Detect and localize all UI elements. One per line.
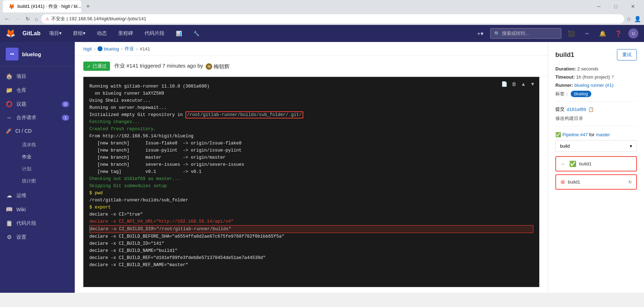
issues-icon: ⭕ xyxy=(6,101,13,107)
stage-dropdown[interactable]: build ▾ xyxy=(555,140,637,152)
tag-badge[interactable]: bluelog xyxy=(571,91,592,97)
nav-activity[interactable]: 动态 xyxy=(94,29,110,38)
log-line-12: [new branch] severe-issues -> origin/sev… xyxy=(89,161,533,168)
minimize-button[interactable]: ─ xyxy=(591,1,607,12)
sidebar-item-repository[interactable]: 📁 仓库 xyxy=(0,83,75,97)
sidebar-label-project: 项目 xyxy=(16,73,26,80)
merge-requests-badge: 1 xyxy=(62,115,69,121)
nav-panel-icon[interactable]: ⬛ xyxy=(566,28,577,39)
active-tab[interactable]: 🦊 build1 (#141) · 作业 · higit / bl... ✕ xyxy=(3,0,81,12)
log-line-7: Created fresh repository. xyxy=(89,126,533,133)
log-line-5: Initialized empty Git repository in /roo… xyxy=(89,111,533,118)
breadcrumb-higit[interactable]: higit xyxy=(83,46,92,52)
sidebar-sub-pipelines[interactable]: 流水线 xyxy=(16,139,75,151)
nav-merge-icon[interactable]: ↔ xyxy=(581,28,593,39)
log-expand-icon[interactable]: ▼ xyxy=(529,80,536,88)
sidebar-label-merge-requests: 合并请求 xyxy=(16,115,36,121)
nav-wrench-icon[interactable]: 🔧 xyxy=(190,29,202,38)
nav-projects[interactable]: 项目▾ xyxy=(46,29,64,38)
project-header[interactable]: •• bluelog xyxy=(0,42,75,67)
copy-icon[interactable]: 📋 xyxy=(588,107,594,112)
job-header: ✓ 已通过 作业 #141 triggered 7 minutes ago by… xyxy=(75,56,548,77)
new-tab-button[interactable]: + xyxy=(82,0,94,13)
sidebar-item-snippets[interactable]: 📋 代码片段 xyxy=(0,216,75,230)
sidebar: •• bluelog 🏠 项目 📁 仓库 ⭕ 议题 0 ↔ 合并请求 1 xyxy=(0,42,75,293)
build-dir-label[interactable]: 修改构建目录 xyxy=(555,116,583,121)
job-retry-icon[interactable]: ↻ xyxy=(628,180,632,185)
sidebar-item-issues[interactable]: ⭕ 议题 0 xyxy=(0,97,75,111)
forward-button[interactable]: → xyxy=(14,14,22,23)
job-title: 作业 #141 triggered 7 minutes ago by 梅 梅朝辉 xyxy=(114,63,230,70)
log-trash-icon[interactable]: 🗑 xyxy=(511,80,518,88)
log-line-10: [new branch] issue-pylint -> origin/issu… xyxy=(89,147,533,154)
issues-badge: 0 xyxy=(62,101,69,107)
log-line-19: declare -x CI="true" xyxy=(89,211,533,218)
sidebar-item-wiki[interactable]: 📖 Wiki xyxy=(0,202,75,216)
user-avatar[interactable]: U xyxy=(628,28,638,38)
sidebar-item-merge-requests[interactable]: ↔ 合并请求 1 xyxy=(0,111,75,125)
nav-snippets[interactable]: 代码片段 xyxy=(142,29,167,38)
pipeline-link[interactable]: Pipeline #47 xyxy=(562,132,589,137)
nav-plus-button[interactable]: +▾ xyxy=(475,28,486,39)
log-line-20: declare -x CI_API_V4_URL="http://192.168… xyxy=(89,218,533,225)
log-content[interactable]: Running with gitlab-runner 11.10.0 (3001… xyxy=(84,77,539,287)
divider-2 xyxy=(555,126,637,126)
log-line-26: declare -x CI_BUILD_REF_NAME="master" xyxy=(89,261,533,269)
maximize-button[interactable]: □ xyxy=(608,1,624,12)
sidebar-item-project[interactable]: 🏠 项目 xyxy=(0,69,75,83)
commit-label: 提交 xyxy=(555,106,565,112)
project-name: bluelog xyxy=(22,51,41,57)
duration-row: Duration: 2 seconds xyxy=(555,66,637,72)
sidebar-sub-jobs[interactable]: 作业 xyxy=(16,151,75,163)
stage-label: build xyxy=(560,143,570,149)
home-button[interactable]: ⌂ xyxy=(33,15,39,23)
log-collapse-icon[interactable]: ▲ xyxy=(520,80,527,88)
settings-icon: ⚙ xyxy=(6,234,13,240)
nav-question-icon[interactable]: ❓ xyxy=(613,28,624,39)
log-line-21: declare -x CI_BUILDS_DIR="/root/gitlab-r… xyxy=(89,225,533,233)
sidebar-sub-charts[interactable]: 统计图 xyxy=(16,175,75,187)
timeout-help-icon[interactable]: ? xyxy=(611,74,614,80)
job-row-failed[interactable]: ⊗ build1 ↻ xyxy=(560,179,632,185)
gitlab-logo-icon: 🦊 xyxy=(6,29,15,38)
sidebar-item-operations[interactable]: ☁ 运维 xyxy=(0,189,75,202)
breadcrumb-jobs[interactable]: 作业 xyxy=(125,46,134,52)
search-input[interactable]: 🔍 搜索或转到... xyxy=(490,28,561,39)
tab-title: build1 (#141) · 作业 · higit / bl... xyxy=(17,3,81,10)
commit-hash-link[interactable]: d181ef89 xyxy=(567,107,586,112)
content-area: higit › bluelog › 作业 › #141 ✓ 已通过 作业 #14… xyxy=(75,42,548,293)
sidebar-item-cicd[interactable]: 🚀 CI / CD xyxy=(0,125,75,137)
main-layout: •• bluelog 🏠 项目 📁 仓库 ⭕ 议题 0 ↔ 合并请求 1 xyxy=(0,42,644,293)
breadcrumb-bluelog[interactable]: bluelog xyxy=(104,46,119,52)
retry-button[interactable]: 重试 xyxy=(617,49,637,60)
sidebar-nav: 🏠 项目 📁 仓库 ⭕ 议题 0 ↔ 合并请求 1 🚀 CI / CD xyxy=(0,67,75,293)
gitlab-brand: GitLab xyxy=(22,30,41,37)
nav-groups[interactable]: 群组▾ xyxy=(70,29,88,38)
nav-bell-icon[interactable]: 🔔 xyxy=(597,28,608,39)
bookmark-icon[interactable]: ☆ xyxy=(626,16,631,22)
account-icon[interactable]: 👤 xyxy=(634,16,641,22)
job-item-2: ⊗ build1 ↻ xyxy=(555,174,637,190)
job-passed-icon: ✅ xyxy=(569,160,576,167)
log-line-11: [new branch] master -> origin/master xyxy=(89,154,533,161)
pipeline-branch-link[interactable]: master xyxy=(596,132,610,137)
address-bar: ← → ↻ ⌂ ⚠ 不安全 | 192.168.56.14/higit/blue… xyxy=(0,13,644,25)
runner-link[interactable]: bluelog runner (#1) xyxy=(574,83,613,88)
log-line-14: Checking out d181ef89 as master... xyxy=(89,175,533,182)
log-download-icon[interactable]: 📄 xyxy=(500,80,508,88)
browser-actions: ☆ 👤 xyxy=(626,16,641,22)
nav-chart-icon[interactable]: 📊 xyxy=(173,29,185,38)
close-button[interactable]: ✕ xyxy=(625,1,641,12)
job-row-passed[interactable]: → ✅ build1 xyxy=(560,160,632,167)
for-label: for xyxy=(589,132,596,137)
job-name-title: build1 xyxy=(555,51,574,59)
nav-milestones[interactable]: 里程碑 xyxy=(115,29,136,38)
log-line-23: declare -x CI_BUILD_ID="141" xyxy=(89,240,533,247)
job-failed-icon: ⊗ xyxy=(560,179,565,185)
sidebar-sub-schedules[interactable]: 计划 xyxy=(16,163,75,175)
sidebar-item-settings[interactable]: ⚙ 设置 xyxy=(0,230,75,244)
timeout-value: 1h (from project) xyxy=(576,74,610,80)
back-button[interactable]: ← xyxy=(3,14,11,23)
refresh-button[interactable]: ↻ xyxy=(24,15,31,23)
url-input[interactable]: ⚠ 不安全 | 192.168.56.14/higit/bluelog/-/jo… xyxy=(41,14,624,23)
